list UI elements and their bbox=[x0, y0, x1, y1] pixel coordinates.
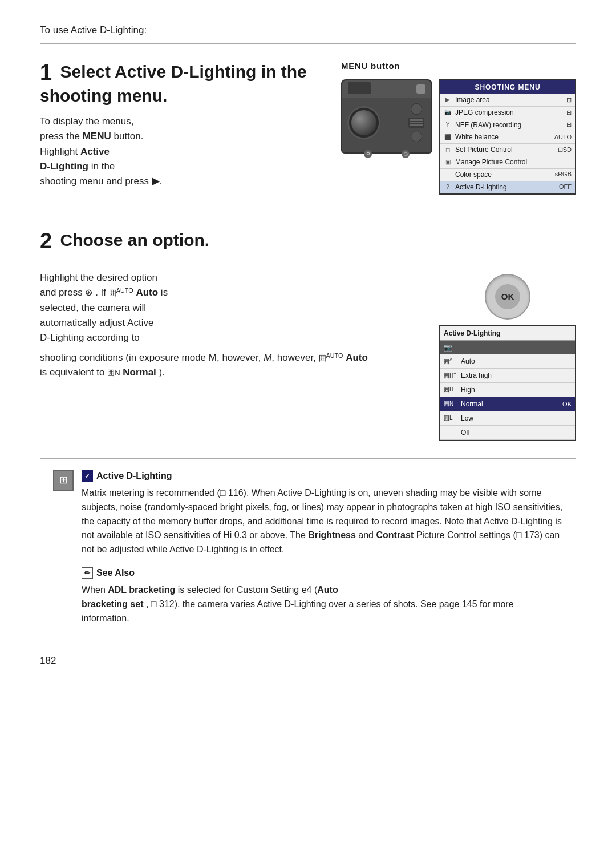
step2-heading: 2 Choose an option. bbox=[40, 228, 576, 255]
ok-label: OK bbox=[501, 290, 514, 304]
adl-icon-normal: 囲N bbox=[444, 399, 461, 408]
sm-row-nef: Y NEF (RAW) recording ⊟ bbox=[440, 119, 575, 132]
step2-ok-sym: ⊛ bbox=[85, 288, 92, 297]
step2-left: Highlight the desired option and press ⊛… bbox=[40, 263, 422, 441]
sm-row-pic-ctrl: ◻ Set Picture Control ⊟SD bbox=[440, 144, 575, 156]
note-brightness: Brightness bbox=[308, 530, 356, 540]
sm-icon-8: ? bbox=[443, 183, 453, 191]
menu-button-label: MENU button bbox=[341, 60, 400, 73]
adl-row-high: 囲H High bbox=[440, 383, 575, 397]
sm-icon-5: ◻ bbox=[443, 146, 453, 154]
ok-inner: OK bbox=[495, 284, 520, 309]
step1-period: . bbox=[159, 176, 162, 187]
camera-lens bbox=[349, 108, 379, 138]
step2-normal-icon: 囲N bbox=[107, 369, 120, 377]
sm-text-3: NEF (RAW) recording bbox=[453, 120, 566, 130]
step2-content: Highlight the desired option and press ⊛… bbox=[40, 263, 576, 441]
step1-body-line6: shooting menu and press bbox=[40, 176, 149, 187]
adl-text-auto: Auto bbox=[461, 356, 572, 366]
camera-bump bbox=[348, 82, 371, 94]
step2-auto-icon2: 囲AUTO bbox=[319, 354, 343, 362]
camera-mock: ⚙ ◷ bbox=[341, 79, 432, 154]
step1-heading-text: Select Active D-Lighting in theshooting … bbox=[40, 62, 307, 105]
adl-menu: Active D-Lighting 📷 囲A Auto 囲H+ Extra hi… bbox=[439, 325, 576, 441]
see-also-adl-bold: ADL bracketing bbox=[108, 585, 175, 595]
adl-text-off: Off bbox=[461, 427, 572, 438]
adl-camera-row: 📷 bbox=[440, 341, 575, 354]
note-title: ✓ Active D-Lighting bbox=[82, 469, 563, 483]
see-also-title: ✏ See Also bbox=[82, 566, 563, 580]
step1-active-bold: Active bbox=[80, 146, 110, 157]
note-icon-symbol: ⊞ bbox=[59, 473, 68, 488]
step2-line5: selected, the camera will bbox=[40, 302, 146, 313]
step2-line6: automatically adjust Active bbox=[40, 317, 153, 328]
step1-body: To display the menus, press the MENU but… bbox=[40, 114, 268, 189]
sm-row-jpeg: 📷 JPEG compression ⊟ bbox=[440, 107, 575, 119]
step2-auto-icon: 囲AUTO bbox=[109, 289, 133, 297]
ok-button-mock: OK bbox=[485, 274, 530, 320]
checkmark-icon: ✓ bbox=[82, 470, 93, 482]
sm-val-3: ⊟ bbox=[566, 120, 572, 129]
step2-heading-text: Choose an option. bbox=[60, 231, 209, 249]
step2-line4: is bbox=[161, 287, 168, 298]
mid-divider bbox=[40, 212, 576, 212]
step2-wide1: shooting conditions (in exposure mode M,… bbox=[40, 352, 261, 363]
adl-header: Active D-Lighting bbox=[440, 326, 575, 341]
see-also-title-text: See Also bbox=[96, 566, 135, 580]
note-box: ⊞ ✓ Active D-Lighting Matrix metering is… bbox=[40, 458, 576, 636]
step2-number: 2 bbox=[40, 229, 52, 253]
shooting-menu: SHOOTING MENU ▶ Image area ⊞ 📷 JPEG comp… bbox=[439, 79, 576, 195]
step2-equiv: is equivalent to bbox=[40, 367, 104, 378]
step2-body: Highlight the desired option and press ⊛… bbox=[40, 270, 422, 346]
step1-body-line4: Highlight bbox=[40, 146, 78, 157]
step2-line7: D-Lighting according to bbox=[40, 332, 140, 343]
sm-val-4: AUTO bbox=[554, 133, 572, 142]
adl-row-auto: 囲A Auto bbox=[440, 354, 575, 369]
adl-row-low: 囲L Low bbox=[440, 411, 575, 426]
sm-val-6: -- bbox=[568, 158, 572, 167]
see-also-text1: When bbox=[82, 585, 106, 595]
sm-row-wb: ⬛ White balance AUTO bbox=[440, 131, 575, 144]
see-also-auto-bold: Auto bbox=[317, 585, 338, 595]
sm-icon-6: ▣ bbox=[443, 158, 453, 166]
step2-auto-label2: Auto bbox=[346, 352, 368, 363]
sm-row-image-area: ▶ Image area ⊞ bbox=[440, 94, 575, 107]
intro-text: To use Active D-Lighting: bbox=[40, 23, 576, 38]
note-body: Matrix metering is recommended (□ 116). … bbox=[82, 486, 563, 557]
adl-row-off: Off bbox=[440, 426, 575, 440]
sm-val-1: ⊞ bbox=[566, 96, 572, 104]
note-camera-icon: ⊞ bbox=[53, 470, 74, 491]
sm-header: SHOOTING MENU bbox=[440, 80, 575, 94]
step2-line2: and press bbox=[40, 287, 83, 298]
step2-wide: shooting conditions (in exposure mode M,… bbox=[40, 350, 422, 381]
see-also-body: When ADL bracketing is selected for Cust… bbox=[82, 583, 563, 625]
step1-body-in: in the bbox=[91, 161, 115, 172]
camera-top bbox=[342, 80, 431, 98]
adl-text-normal: Normal bbox=[461, 399, 558, 409]
sm-text-1: Image area bbox=[453, 95, 566, 105]
sm-text-8: Active D-Lighting bbox=[453, 183, 559, 192]
step2-section: 2 Choose an option. Highlight the desire… bbox=[40, 228, 576, 441]
note-contrast: Contrast bbox=[376, 530, 414, 540]
sm-icon-1: ▶ bbox=[443, 96, 453, 104]
step2-line3: . If bbox=[95, 287, 106, 298]
page-number: 182 bbox=[40, 653, 576, 668]
step2-close-paren: ). bbox=[159, 367, 165, 378]
step1-heading: 1 Select Active D-Lighting in theshootin… bbox=[40, 60, 324, 107]
step1-section: 1 Select Active D-Lighting in theshootin… bbox=[40, 60, 576, 195]
step1-right: MENU button bbox=[341, 60, 576, 195]
sm-icon-4: ⬛ bbox=[443, 134, 453, 142]
adl-row-extrahigh: 囲H+ Extra high bbox=[440, 369, 575, 383]
step1-left: 1 Select Active D-Lighting in theshootin… bbox=[40, 60, 324, 195]
step2-auto-label: Auto bbox=[136, 287, 158, 298]
step1-body-line1: To display the menus, bbox=[40, 116, 133, 127]
adl-text-high: High bbox=[461, 385, 572, 395]
sm-row-colorspace: Color space sRGB bbox=[440, 169, 575, 181]
sm-text-2: JPEG compression bbox=[453, 108, 566, 118]
adl-text-low: Low bbox=[461, 413, 572, 423]
pencil-icon: ✏ bbox=[82, 567, 93, 579]
adl-ok-normal: OK bbox=[558, 399, 572, 409]
sm-text-7: Color space bbox=[453, 170, 555, 180]
step1-menu-bold: MENU bbox=[83, 131, 111, 142]
sm-val-8: OFF bbox=[559, 183, 572, 191]
